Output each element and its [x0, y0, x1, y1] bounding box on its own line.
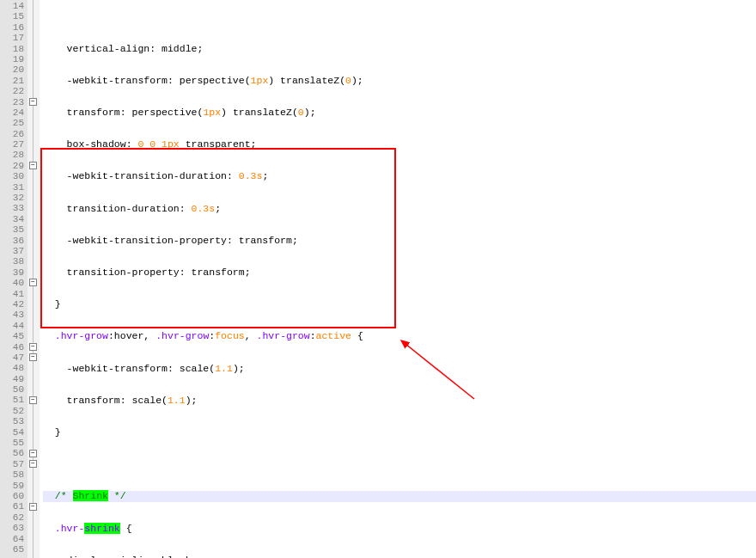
code-line: box-shadow: 0 0 1px transparent; [43, 139, 756, 150]
code-line: } [43, 299, 756, 310]
code-line: -webkit-transform: perspective(1px) tran… [43, 76, 756, 86]
code-line: .hvr-grow:hover, .hvr-grow:focus, .hvr-g… [43, 331, 756, 341]
code-line [43, 459, 756, 469]
fold-toggle-icon[interactable]: − [29, 503, 37, 511]
code-line: -webkit-transition-duration: 0.3s; [43, 171, 756, 181]
code-editor[interactable]: 1415161718192021222324252627282930313233… [0, 0, 756, 558]
fold-toggle-icon[interactable]: − [29, 396, 37, 404]
line-number-gutter: 1415161718192021222324252627282930313233… [0, 0, 27, 558]
fold-margin[interactable]: −−−−−−−−− [27, 0, 40, 558]
code-line: transition-property: transform; [43, 267, 756, 278]
code-line-highlighted: /* Shrink */ [43, 491, 756, 501]
fold-toggle-icon[interactable]: − [29, 450, 37, 457]
code-area[interactable]: vertical-align: middle; -webkit-transfor… [40, 0, 756, 558]
code-line: } [43, 427, 756, 438]
fold-toggle-icon[interactable]: − [29, 353, 37, 361]
code-line: transform: perspective(1px) translateZ(0… [43, 107, 756, 118]
code-line: transform: scale(1.1); [43, 396, 756, 406]
code-line: transition-duration: 0.3s; [43, 204, 756, 214]
fold-toggle-icon[interactable]: − [29, 343, 37, 351]
fold-toggle-icon[interactable]: − [29, 460, 37, 468]
fold-toggle-icon[interactable]: − [29, 98, 37, 106]
code-line: -webkit-transform: scale(1.1); [43, 364, 756, 374]
code-line: .hvr-shrink { [43, 524, 756, 534]
code-line: vertical-align: middle; [43, 44, 756, 54]
fold-toggle-icon[interactable]: − [29, 162, 37, 169]
code-line: -webkit-transition-property: transform; [43, 236, 756, 246]
fold-toggle-icon[interactable]: − [29, 279, 37, 286]
